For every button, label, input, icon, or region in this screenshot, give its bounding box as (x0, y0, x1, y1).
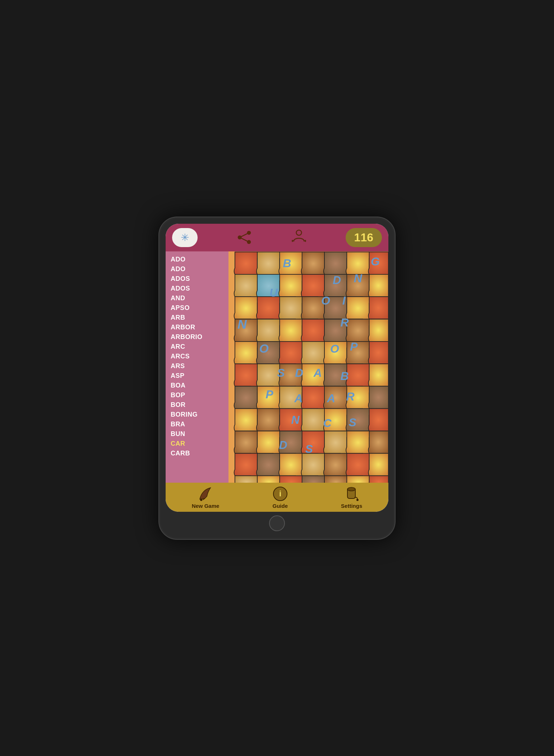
device-frame: ✳ (158, 217, 396, 540)
puzzle-area[interactable]: B G D N U O I N R O O P S D A B P (228, 251, 388, 483)
letter-G: G (371, 255, 380, 268)
bottom-toolbar: New Game i Guide (166, 483, 388, 512)
svg-line-3 (240, 233, 249, 237)
letter-O3: O (330, 342, 339, 355)
word-item: ASP (171, 371, 223, 380)
letter-O1: O (321, 294, 330, 307)
word-item: ARBOR (171, 323, 223, 332)
person-icon (291, 228, 307, 244)
letter-B: B (283, 257, 291, 270)
letter-R1: R (341, 316, 349, 329)
word-item: BOR (171, 400, 223, 409)
word-item: ARBORIO (171, 333, 223, 342)
settings-button[interactable]: Settings (341, 486, 362, 509)
letter-A1: A (313, 366, 322, 379)
word-item: CAR (171, 439, 223, 448)
letter-N1: N (354, 272, 363, 285)
letter-S1: S (277, 366, 285, 379)
letter-P2: P (266, 388, 273, 401)
puzzle-background: B G D N U O I N R O O P S D A B P (228, 251, 388, 483)
share-button[interactable] (236, 229, 252, 245)
guide-button[interactable]: i Guide (272, 486, 289, 509)
letter-N3: N (291, 413, 300, 426)
letter-S3: S (305, 442, 313, 455)
word-item: ARCS (171, 352, 223, 361)
guide-icon: i (272, 486, 289, 501)
letter-A2: A (294, 391, 303, 404)
letter-D2: D (295, 366, 303, 379)
device-screen: ✳ (166, 224, 388, 512)
letter-A3: A (327, 391, 335, 404)
main-content: ADOADOADOSADOSANDAPSOARBARBORARBORIOARCA… (166, 251, 388, 483)
word-item: ARC (171, 342, 223, 351)
word-item: ARB (171, 313, 223, 322)
letter-C: C (323, 417, 332, 430)
letter-S2: S (349, 416, 357, 428)
word-list: ADOADOADOSADOSANDAPSOARBARBORARBORIOARCA… (166, 251, 228, 483)
score-display: 116 (346, 228, 382, 247)
person-button[interactable] (291, 228, 307, 247)
letter-P1: P (350, 340, 358, 353)
settings-icon (343, 486, 360, 501)
word-item: ADO (171, 255, 223, 264)
new-game-button[interactable]: New Game (192, 486, 220, 509)
svg-line-4 (240, 237, 249, 242)
share-icon (236, 229, 252, 245)
svg-point-5 (296, 230, 301, 236)
letter-O2: O (259, 341, 268, 355)
score-value: 116 (354, 231, 373, 244)
word-item: BUN (171, 430, 223, 439)
word-item: CARB (171, 449, 223, 458)
guide-label: Guide (272, 503, 288, 509)
word-item: BOA (171, 381, 223, 390)
svg-text:i: i (279, 489, 281, 498)
word-item: ADOS (171, 274, 223, 283)
letter-N2: N (237, 317, 247, 331)
snowflake-button[interactable]: ✳ (172, 228, 198, 247)
word-item: AND (171, 294, 223, 303)
letter-D: D (333, 273, 341, 286)
new-game-label: New Game (192, 503, 220, 509)
word-item: BORING (171, 410, 223, 419)
snowflake-icon: ✳ (181, 232, 189, 244)
home-button[interactable] (269, 515, 285, 531)
letter-U: U (269, 286, 278, 299)
svg-point-15 (356, 499, 359, 501)
word-item: ARS (171, 362, 223, 371)
new-game-icon (197, 486, 214, 501)
letter-R2: R (346, 390, 355, 403)
letter-I: I (342, 294, 346, 307)
word-item: BRA (171, 420, 223, 429)
svg-point-11 (200, 499, 202, 501)
word-item: ADO (171, 265, 223, 274)
settings-label: Settings (341, 503, 362, 509)
letter-B2: B (341, 369, 349, 382)
header-bar: ✳ (166, 224, 388, 251)
word-item: APSO (171, 303, 223, 312)
svg-point-14 (347, 487, 355, 491)
letter-D3: D (279, 438, 287, 451)
word-item: BOP (171, 391, 223, 400)
word-item: ADOS (171, 284, 223, 293)
